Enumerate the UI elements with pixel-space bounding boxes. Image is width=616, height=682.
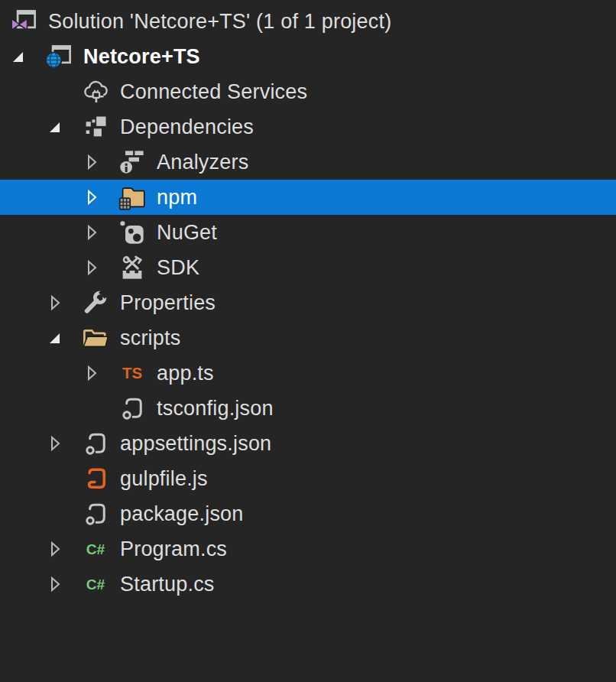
tree-item-gulpfile-js[interactable]: gulpfile.js [0,461,616,496]
collapsed-arrow-icon[interactable] [46,285,81,320]
aspnet-core-project-icon [44,41,73,72]
csharp-file-icon: C# [81,534,110,564]
collapsed-arrow-icon[interactable] [46,531,81,567]
collapsed-arrow-icon[interactable] [83,250,118,285]
tree-item-package-json[interactable]: package.json [0,496,616,531]
tree-item-label: SDK [157,256,199,280]
tree-item-solution[interactable]: Solution 'Netcore+TS' (1 of 1 project) [0,4,616,39]
csharp-file-icon: C# [81,569,110,599]
npm-folder-icon [118,182,147,213]
tree-item-connected-services[interactable]: Connected Services [0,74,616,109]
expander-spacer [46,496,81,531]
tree-item-label: Startup.cs [120,573,215,596]
tree-item-properties[interactable]: Properties [0,285,616,320]
collapsed-arrow-icon[interactable] [83,145,118,180]
tree-item-tsconfig-json[interactable]: tsconfig.json [0,391,616,426]
tree-item-label: scripts [120,326,180,350]
tree-item-label: app.ts [157,362,214,385]
open-folder-icon [81,323,110,353]
tree-item-label: package.json [120,502,244,526]
tree-item-program-cs[interactable]: C# Program.cs [0,531,616,567]
nuget-icon [118,217,147,248]
expanded-arrow-icon[interactable] [9,39,44,74]
tree-item-label: Connected Services [120,80,307,104]
tree-item-label: gulpfile.js [120,467,208,491]
expander-spacer [46,74,81,109]
expanded-arrow-icon[interactable] [46,320,81,356]
collapsed-arrow-icon[interactable] [83,215,118,250]
tree-item-label: Dependencies [120,115,254,139]
typescript-file-icon: TS [118,358,147,388]
tree-item-label: Solution 'Netcore+TS' (1 of 1 project) [48,10,391,34]
tree-item-label: NuGet [157,221,217,245]
svg-text:TS: TS [122,365,142,382]
tree-item-label: appsettings.json [120,432,271,456]
collapsed-arrow-icon[interactable] [83,180,118,215]
analyzers-icon [118,147,147,177]
expanded-arrow-icon[interactable] [46,109,81,145]
sdk-toolbox-icon [118,252,147,283]
tree-item-label: Netcore+TS [83,45,200,69]
svg-text:C#: C# [86,541,105,557]
tree-item-appsettings-json[interactable]: appsettings.json [0,426,616,461]
collapsed-arrow-icon[interactable] [46,426,81,461]
expander-spacer [46,461,81,496]
solution-explorer-tree: Solution 'Netcore+TS' (1 of 1 project) N… [0,0,616,602]
svg-text:C#: C# [86,576,105,593]
json-file-icon [81,499,110,529]
tree-item-nuget[interactable]: NuGet [0,215,616,250]
tree-item-dependencies[interactable]: Dependencies [0,109,616,145]
tree-item-analyzers[interactable]: Analyzers [0,145,616,180]
expander-spacer [83,391,118,426]
tree-item-label: npm [157,186,197,209]
tree-item-app-ts[interactable]: TS app.ts [0,356,616,391]
javascript-file-icon [81,463,110,494]
connected-services-cloud-icon [81,76,110,107]
tree-item-label: Properties [120,291,216,315]
json-file-icon [118,393,147,424]
json-file-icon [81,428,110,459]
tree-item-label: tsconfig.json [157,397,274,421]
collapsed-arrow-icon[interactable] [83,356,118,391]
properties-wrench-icon [81,287,110,318]
tree-item-project-netcore-ts[interactable]: Netcore+TS [0,39,616,74]
collapsed-arrow-icon[interactable] [46,567,81,602]
tree-item-label: Analyzers [157,151,248,174]
tree-item-startup-cs[interactable]: C# Startup.cs [0,567,616,602]
tree-item-npm[interactable]: npm [0,180,616,215]
dependencies-icon [81,112,110,142]
visual-studio-solution-icon [9,6,38,37]
tree-item-scripts[interactable]: scripts [0,320,616,356]
tree-item-sdk[interactable]: SDK [0,250,616,285]
tree-item-label: Program.cs [120,537,227,561]
